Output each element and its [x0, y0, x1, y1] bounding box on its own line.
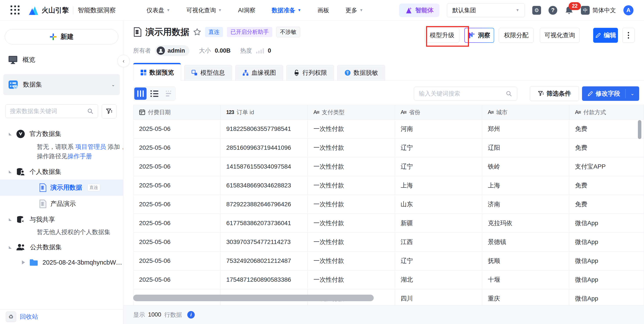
tree-group-official[interactable]: 官方数据集: [0, 126, 123, 142]
table-cell: 上海: [395, 176, 482, 195]
question-icon: ?: [548, 6, 557, 15]
column-header[interactable]: A≡省份: [395, 105, 482, 120]
sidebar-item-overview[interactable]: 概览: [3, 53, 120, 67]
shared-dataset-icon: [16, 215, 25, 224]
owner-pill[interactable]: admin: [155, 45, 190, 56]
collapsed-triangle-icon[interactable]: [22, 260, 25, 264]
tab-lineage-view[interactable]: 血缘视图: [235, 65, 283, 81]
tree-group-public[interactable]: 公共数据集: [0, 240, 123, 255]
tab-model-info[interactable]: 模型信息: [184, 65, 232, 81]
badge-direct-connect: 直连: [205, 27, 223, 37]
tree-item-demo-dataset[interactable]: 演示用数据 直连: [0, 180, 123, 196]
keyword-search-placeholder: 输入关键词搜索: [419, 90, 506, 98]
column-header[interactable]: 付费日期: [134, 105, 220, 120]
language-switcher[interactable]: 中 简体中文: [581, 6, 616, 15]
dataset-filter-button[interactable]: [102, 104, 116, 118]
agent-label: 智能体: [415, 6, 434, 15]
insight-button[interactable]: 洞察: [464, 28, 494, 43]
direct-connect-tag: 直连: [88, 184, 100, 191]
modify-fields-dropdown[interactable]: ⌄: [626, 86, 639, 101]
tab-row-column-permission[interactable]: 行列权限: [286, 65, 334, 81]
horizontal-scrollbar[interactable]: [133, 295, 374, 301]
notifications-button[interactable]: 22: [565, 6, 574, 15]
help-button[interactable]: ?: [548, 6, 557, 15]
tab-label: 数据脱敏: [354, 69, 378, 77]
recycle-bin-link[interactable]: 回收站: [20, 312, 38, 321]
agent-button[interactable]: 智能体: [399, 4, 440, 17]
tree-group-personal[interactable]: 个人数据集: [0, 164, 123, 180]
nav-item-ai-insight[interactable]: AI洞察: [238, 6, 256, 14]
brand-logo[interactable]: 火山引擎: [28, 5, 69, 15]
table-cell: 十堰: [482, 270, 569, 289]
permission-button[interactable]: 权限分配: [499, 28, 534, 43]
column-header[interactable]: 123订单 id: [220, 105, 308, 120]
column-header[interactable]: A≡付款方式: [569, 105, 644, 120]
table-cell: 微信App: [569, 214, 644, 233]
sidebar-item-datasets[interactable]: 数据集 ⌄: [3, 74, 120, 95]
table-header-row: 付费日期123订单 idA≡支付类型A≡省份A≡城市A≡付款方式: [134, 105, 644, 120]
link-manual[interactable]: 操作手册: [68, 153, 92, 160]
tab-data-preview[interactable]: 数据预览: [133, 63, 181, 81]
column-label: 支付类型: [322, 109, 344, 116]
nav-item-visual-query[interactable]: 可视化查询▼: [186, 6, 222, 14]
tree-folder-public-2025[interactable]: 2025-08-24-3bmqhyncbW-pu...: [0, 255, 123, 270]
org-selector[interactable]: 默认集团 ▼: [447, 3, 525, 17]
meta-row: 所有者 admin 大小 0.00B 热度 0: [133, 45, 271, 56]
edit-button[interactable]: 编辑: [593, 28, 618, 43]
list-icon: [150, 90, 158, 97]
filter-conditions-button[interactable]: 筛选条件: [530, 86, 579, 101]
modify-fields-split-button[interactable]: 修改字段 ⌄: [582, 86, 639, 101]
more-actions-button[interactable]: [622, 28, 634, 43]
nav-item-canvas[interactable]: 画板: [318, 6, 329, 14]
column-label: 订单 id: [236, 109, 254, 116]
column-label: 城市: [496, 109, 508, 116]
table-row: 2025-05-068729223882646796426一次性付款山东济南免费: [134, 195, 644, 214]
view-compact-button[interactable]: [162, 88, 174, 100]
expand-triangle-icon[interactable]: [9, 218, 12, 221]
nav-item-data-prep[interactable]: 数据准备▼: [272, 6, 301, 14]
visual-query-button[interactable]: 可视化查询: [540, 28, 580, 43]
tree-group-shared[interactable]: 与我共享: [0, 212, 123, 227]
view-list-button[interactable]: [148, 88, 160, 100]
expand-triangle-icon[interactable]: [9, 246, 12, 249]
table-cell: 湖北: [395, 270, 482, 289]
table-cell: 免费: [569, 120, 644, 139]
expand-triangle-icon[interactable]: [9, 133, 12, 135]
dataset-doc-icon: [39, 183, 46, 192]
table-cell: 免费: [569, 138, 644, 157]
owner-name: admin: [168, 47, 185, 54]
table-cell: 山东: [395, 195, 482, 214]
new-button[interactable]: 新建: [5, 29, 118, 44]
expand-triangle-icon[interactable]: [9, 170, 12, 173]
column-header[interactable]: A≡城市: [482, 105, 569, 120]
column-header[interactable]: A≡支付类型: [308, 105, 395, 120]
nav-item-dashboard[interactable]: 仪表盘▼: [146, 6, 170, 14]
tree-group-label: 公共数据集: [30, 243, 62, 252]
language-label: 简体中文: [592, 6, 616, 14]
tab-data-masking[interactable]: 数据脱敏: [337, 65, 385, 81]
volcano-logo-icon: [28, 5, 38, 15]
pen-icon: [587, 91, 594, 97]
recycle-icon[interactable]: ♻: [6, 311, 16, 322]
model-icon: [191, 70, 198, 76]
table-cell: 微信App: [569, 233, 644, 251]
table-cell: 江西: [395, 233, 482, 251]
sidebar-footer: ♻ 回收站: [0, 309, 123, 324]
favorite-star-icon[interactable]: [193, 28, 201, 36]
tree-item-product-demo[interactable]: 产品演示: [0, 196, 123, 212]
size-label: 大小: [199, 47, 211, 55]
vertical-scrollbar[interactable]: [638, 120, 641, 139]
search-placeholder: 搜索数据集关键词: [10, 107, 85, 115]
nav-item-more[interactable]: 更多▼: [346, 6, 363, 14]
data-table: 付费日期123订单 idA≡支付类型A≡省份A≡城市A≡付款方式 2025-05…: [133, 105, 644, 305]
user-avatar[interactable]: A: [624, 5, 634, 15]
apps-grid-icon[interactable]: [10, 6, 20, 15]
sidebar-collapse-button[interactable]: ‹: [118, 55, 130, 67]
model-upgrade-button[interactable]: 模型升级: [425, 28, 459, 43]
view-columns-button[interactable]: [134, 88, 146, 100]
dataset-search-input[interactable]: 搜索数据集关键词: [5, 104, 98, 118]
keyword-search-input[interactable]: 输入关键词搜索: [414, 87, 517, 100]
link-project-admin[interactable]: 项目管理员: [75, 143, 106, 150]
release-notes-button[interactable]: ⚙: [532, 6, 541, 15]
info-icon[interactable]: i: [187, 311, 195, 318]
